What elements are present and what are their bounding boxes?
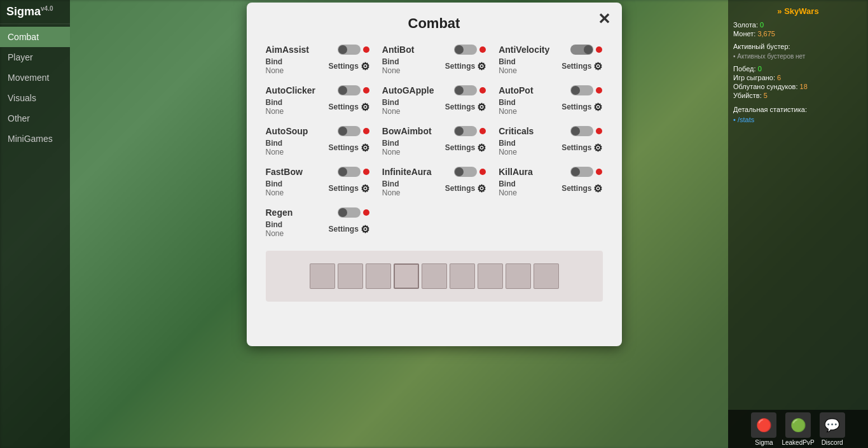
module-footer-fastbow: BindNoneSettings⚙ [266, 179, 369, 197]
settings-button-autogapple[interactable]: Settings⚙ [445, 101, 486, 113]
gear-icon-fastbow: ⚙ [361, 183, 369, 195]
bind-value-autopot: None [499, 107, 517, 116]
toggle-track-killaura[interactable] [570, 167, 593, 177]
settings-button-regen[interactable]: Settings⚙ [328, 223, 369, 235]
settings-button-criticals[interactable]: Settings⚙ [561, 142, 602, 154]
toggle-track-autoclicker[interactable] [338, 85, 361, 95]
toggle-track-criticals[interactable] [570, 126, 593, 136]
toggle-bowaimbot[interactable] [454, 126, 486, 136]
settings-button-killaura[interactable]: Settings⚙ [561, 183, 602, 195]
toggle-track-infiniteaura[interactable] [454, 167, 477, 177]
bind-label-killaura: Bind [499, 179, 517, 188]
toggle-dot-antibot [455, 45, 464, 54]
settings-button-fastbow[interactable]: Settings⚙ [328, 183, 369, 195]
module-header-antivelocity: AntiVelocity [499, 45, 602, 55]
toggle-red-indicator-autogapple [479, 87, 486, 94]
bind-value-regen: None [266, 229, 284, 238]
module-footer-bowaimbot: BindNoneSettings⚙ [382, 139, 486, 157]
module-name-infiniteaura: InfiniteAura [382, 167, 432, 177]
bind-label-infiniteaura: Bind [382, 179, 401, 188]
bind-label-autosoup: Bind [266, 139, 284, 148]
settings-label-fastbow: Settings [328, 184, 358, 193]
toggle-track-antivelocity[interactable] [570, 45, 593, 55]
toggle-track-autopot[interactable] [570, 85, 593, 95]
bind-section-bowaimbot: BindNone [382, 139, 401, 157]
module-footer-criticals: BindNoneSettings⚙ [499, 139, 602, 157]
settings-label-criticals: Settings [561, 143, 591, 152]
toggle-autopot[interactable] [570, 85, 602, 95]
settings-button-infiniteaura[interactable]: Settings⚙ [445, 183, 486, 195]
toggle-killaura[interactable] [570, 167, 602, 177]
bind-section-autopot: BindNone [499, 98, 517, 116]
toggle-red-indicator-antivelocity [596, 46, 602, 53]
toggle-autoclicker[interactable] [338, 85, 369, 95]
toggle-autogapple[interactable] [454, 85, 486, 95]
bind-value-bowaimbot: None [382, 148, 401, 157]
module-header-regen: Regen [266, 207, 369, 218]
gear-icon-criticals: ⚙ [593, 142, 602, 154]
module-header-autoclicker: AutoClicker [266, 85, 369, 95]
module-name-autosoup: AutoSoup [266, 126, 308, 136]
toggle-red-indicator-criticals [596, 128, 602, 134]
toggle-track-autogapple[interactable] [454, 85, 477, 95]
module-name-autogapple: AutoGApple [382, 85, 434, 95]
toggle-dot-autoclicker [338, 86, 347, 95]
settings-label-infiniteaura: Settings [445, 184, 475, 193]
toggle-antivelocity[interactable] [570, 45, 602, 55]
settings-button-aimassist[interactable]: Settings⚙ [328, 60, 369, 73]
module-footer-regen: BindNoneSettings⚙ [266, 220, 369, 238]
module-header-fastbow: FastBow [266, 167, 369, 177]
settings-button-autopot[interactable]: Settings⚙ [561, 101, 602, 113]
bind-label-autopot: Bind [499, 98, 517, 107]
bind-label-antibot: Bind [382, 57, 401, 66]
inv-slot [478, 263, 503, 289]
toggle-track-regen[interactable] [338, 207, 361, 218]
toggle-track-antibot[interactable] [454, 45, 477, 55]
toggle-track-aimassist[interactable] [338, 45, 361, 55]
bind-label-regen: Bind [266, 220, 284, 229]
module-footer-autopot: BindNoneSettings⚙ [499, 98, 602, 116]
toggle-track-autosoup[interactable] [338, 126, 361, 136]
toggle-track-bowaimbot[interactable] [454, 126, 477, 136]
toggle-fastbow[interactable] [338, 167, 369, 177]
inv-slot [310, 263, 335, 289]
settings-label-killaura: Settings [561, 184, 591, 193]
settings-button-autosoup[interactable]: Settings⚙ [328, 142, 369, 154]
toggle-dot-autopot [571, 86, 580, 95]
module-name-criticals: Criticals [499, 126, 534, 136]
inv-slot [422, 263, 447, 289]
module-footer-autosoup: BindNoneSettings⚙ [266, 139, 369, 157]
gear-icon-aimassist: ⚙ [361, 60, 369, 73]
bind-label-autoclicker: Bind [266, 98, 284, 107]
module-footer-infiniteaura: BindNoneSettings⚙ [382, 179, 486, 197]
settings-button-bowaimbot[interactable]: Settings⚙ [445, 142, 486, 154]
toggle-infiniteaura[interactable] [454, 167, 486, 177]
module-header-autopot: AutoPot [499, 85, 602, 95]
toggle-track-fastbow[interactable] [338, 167, 361, 177]
toggle-autosoup[interactable] [338, 126, 369, 136]
inv-slot-selected [394, 263, 419, 289]
gear-icon-killaura: ⚙ [593, 183, 602, 195]
bind-section-criticals: BindNone [499, 139, 517, 157]
bind-label-criticals: Bind [499, 139, 517, 148]
module-killaura: KillAuraBindNoneSettings⚙ [499, 167, 602, 197]
toggle-red-indicator-aimassist [363, 46, 369, 53]
toggle-dot-autogapple [455, 86, 464, 95]
toggle-regen[interactable] [338, 207, 369, 218]
module-header-criticals: Criticals [499, 126, 602, 136]
bind-section-autogapple: BindNone [382, 98, 401, 116]
settings-button-antibot[interactable]: Settings⚙ [445, 60, 486, 73]
module-aimassist: AimAssistBindNoneSettings⚙ [266, 45, 369, 75]
toggle-dot-bowaimbot [455, 127, 464, 136]
modal-close-button[interactable]: ✕ [598, 11, 610, 27]
toggle-antibot[interactable] [454, 45, 486, 55]
toggle-criticals[interactable] [570, 126, 602, 136]
module-footer-autogapple: BindNoneSettings⚙ [382, 98, 486, 116]
gear-icon-autosoup: ⚙ [361, 142, 369, 154]
module-autogapple: AutoGAppleBindNoneSettings⚙ [382, 85, 486, 116]
toggle-aimassist[interactable] [338, 45, 369, 55]
bind-value-fastbow: None [266, 188, 284, 197]
settings-button-autoclicker[interactable]: Settings⚙ [328, 101, 369, 113]
inventory-row [310, 263, 559, 289]
settings-button-antivelocity[interactable]: Settings⚙ [561, 60, 602, 73]
